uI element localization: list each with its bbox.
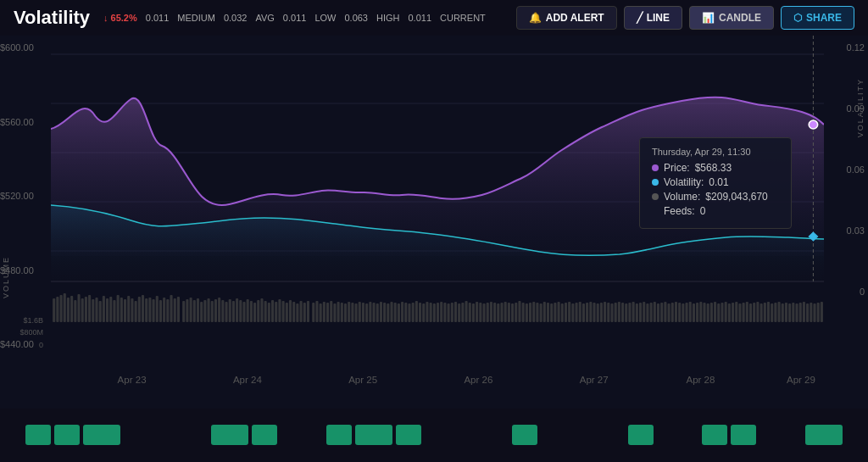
svg-rect-36 [148,298,151,322]
svg-rect-116 [437,303,439,322]
svg-rect-45 [182,301,185,322]
svg-rect-14 [70,296,73,322]
svg-rect-61 [239,300,242,322]
svg-rect-62 [242,302,245,322]
svg-rect-79 [303,303,306,322]
svg-rect-157 [582,303,585,322]
svg-rect-60 [236,298,238,322]
svg-rect-96 [365,303,368,322]
stat-low-label: LOW [314,13,336,23]
bottom-btn-6-2[interactable] [731,425,756,445]
svg-rect-69 [268,303,270,322]
svg-rect-17 [81,298,84,322]
svg-rect-173 [639,303,642,322]
svg-rect-35 [145,298,147,322]
svg-rect-78 [300,301,303,322]
svg-rect-220 [806,303,809,322]
svg-rect-196 [721,303,723,322]
svg-rect-37 [153,299,155,322]
svg-rect-25 [109,297,112,322]
svg-rect-180 [664,302,666,322]
share-button[interactable]: ⬡ SHARE [781,6,854,30]
svg-rect-11 [59,295,62,322]
svg-rect-153 [568,302,570,322]
svg-rect-142 [529,303,531,322]
svg-rect-12 [64,293,66,322]
svg-rect-209 [767,302,770,322]
bottom-btn-1-1[interactable] [25,425,51,445]
bottom-btn-1-3[interactable] [83,425,120,445]
svg-point-7 [809,120,817,129]
svg-rect-144 [536,303,538,322]
svg-rect-223 [817,303,820,322]
svg-rect-164 [607,303,609,322]
bottom-btn-group-2 [211,425,277,445]
svg-rect-64 [250,301,253,322]
bottom-btn-3-1[interactable] [326,425,352,445]
svg-rect-219 [803,302,805,322]
svg-rect-199 [732,303,734,322]
svg-rect-109 [412,303,415,322]
svg-rect-154 [571,303,574,322]
bottom-btn-7-1[interactable] [805,425,843,445]
svg-rect-183 [675,302,677,322]
bottom-btn-5-1[interactable] [628,425,654,445]
svg-rect-97 [369,302,371,322]
bottom-btn-1-2[interactable] [54,425,80,445]
svg-rect-16 [77,294,80,322]
svg-rect-100 [380,302,382,322]
svg-rect-159 [589,302,592,322]
stat-high-val: 0.063 [344,13,368,23]
candle-button[interactable]: 📊 CANDLE [689,6,774,30]
svg-rect-187 [689,302,692,322]
svg-rect-43 [174,298,176,322]
svg-rect-13 [67,298,70,322]
svg-rect-98 [372,303,375,322]
candle-icon: 📊 [702,12,715,24]
stat-avg-val: 0.032 [224,13,248,23]
bottom-btn-group-7 [805,425,843,445]
svg-text:Apr 23: Apr 23 [118,375,147,385]
header: Volatility 65.2% 0.011 MEDIUM 0.032 AVG … [0,0,868,36]
tooltip-feeds-label: Feeds: [664,205,695,217]
svg-rect-161 [597,303,599,322]
bottom-btn-3-3[interactable] [396,425,421,445]
svg-rect-117 [440,302,442,322]
svg-rect-182 [671,303,674,322]
svg-rect-158 [586,303,588,322]
svg-rect-118 [443,303,446,322]
svg-rect-75 [289,300,292,322]
svg-rect-145 [540,303,542,322]
add-alert-button[interactable]: 🔔 ADD ALERT [516,6,617,30]
svg-rect-163 [604,302,606,322]
bottom-btn-2-2[interactable] [252,425,277,445]
svg-rect-181 [668,303,670,322]
stats-bar: 65.2% 0.011 MEDIUM 0.032 AVG 0.011 LOW 0… [103,13,486,23]
svg-rect-115 [433,303,436,322]
svg-rect-169 [625,303,627,322]
volatility-axis-label: VOLATILITY [856,78,865,137]
svg-rect-119 [448,303,450,322]
tooltip-volume-label: Volume: [664,191,700,203]
svg-rect-194 [714,302,716,322]
line-button[interactable]: ╱ LINE [624,6,682,30]
svg-rect-151 [561,303,564,322]
svg-rect-210 [771,303,773,322]
stat-current-label: CURRENT [440,13,486,23]
svg-rect-20 [92,299,94,322]
svg-rect-201 [738,303,741,322]
svg-rect-22 [99,301,102,322]
bottom-btn-3-2[interactable] [355,425,392,445]
bottom-btn-2-1[interactable] [211,425,248,445]
bottom-btn-6-1[interactable] [702,425,727,445]
svg-text:Apr 25: Apr 25 [348,375,377,385]
svg-rect-103 [390,302,392,322]
svg-rect-120 [451,303,453,322]
page-title: Volatility [14,7,90,29]
svg-rect-121 [454,302,457,322]
svg-rect-56 [221,300,224,322]
header-right: 🔔 ADD ALERT ╱ LINE 📊 CANDLE ⬡ SHARE [516,6,854,30]
svg-rect-205 [753,303,755,322]
svg-rect-176 [650,303,653,322]
bottom-btn-4-1[interactable] [512,425,537,445]
